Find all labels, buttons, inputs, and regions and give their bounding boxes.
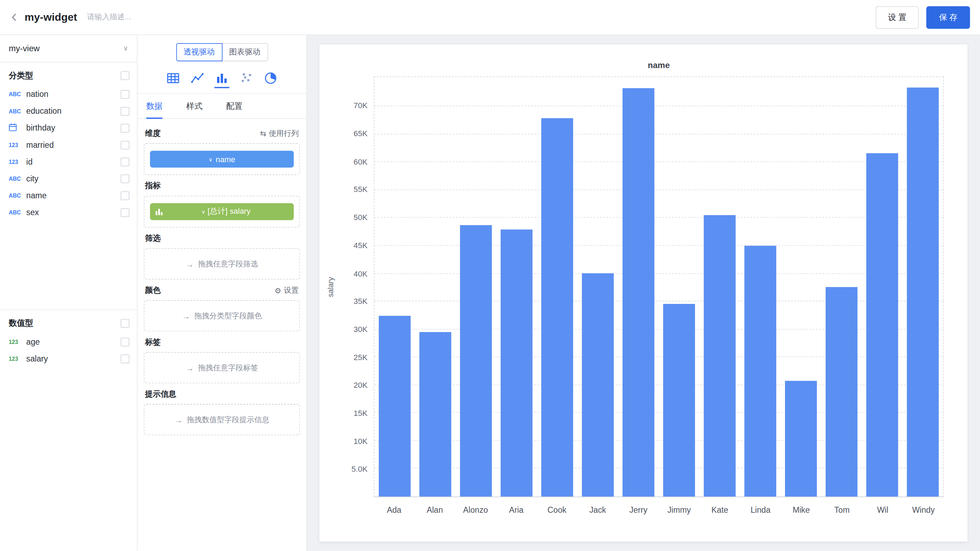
view-selector[interactable]: my-view ∨ [0, 35, 137, 62]
use-rowcol-action[interactable]: ⇆ 使用行列 [260, 128, 299, 139]
numeric-section: 数值型 123 age 123 salary [0, 309, 137, 367]
numeric-select-all-checkbox[interactable] [121, 319, 129, 328]
bar-slot [456, 77, 496, 497]
bar-slot [659, 77, 699, 497]
bar-cook[interactable] [541, 118, 573, 497]
app-window: ‹ my-widget 请输入描述... 设 置 保 存 my-view ∨ 分… [0, 0, 980, 551]
drag-arrow-icon: → [186, 260, 194, 269]
field-name: salary [26, 354, 121, 363]
field-row-birthday[interactable]: birthday [0, 119, 137, 136]
bar-slot [821, 77, 862, 497]
bar-tom[interactable] [826, 287, 857, 497]
mode-pivot-button[interactable]: 透视驱动 [176, 43, 223, 61]
field-row-education[interactable]: ABC education [0, 102, 137, 119]
x-tick-label: Jimmy [659, 505, 699, 515]
measure-label: 指标 [145, 181, 161, 191]
bar-chart-icon[interactable] [214, 70, 229, 88]
field-checkbox[interactable] [121, 174, 129, 183]
color-setting-action[interactable]: ⚙ 设置 [275, 285, 299, 296]
chart-type-row [137, 67, 306, 94]
chevron-down-icon: ∨ [208, 156, 213, 162]
label-section-header: 标签 [145, 337, 299, 347]
bar-alan[interactable] [420, 332, 451, 496]
text-field-icon: ABC [9, 108, 26, 114]
bar-windy[interactable] [907, 88, 939, 496]
filter-hint: 拖拽任意字段筛选 [198, 259, 258, 269]
label-dropzone[interactable]: → 拖拽任意字段标签 [144, 352, 300, 383]
field-checkbox[interactable] [121, 140, 129, 149]
bar-slot [496, 77, 537, 497]
field-checkbox[interactable] [121, 107, 129, 115]
text-field-icon: ABC [9, 192, 26, 199]
view-selector-label: my-view [9, 44, 40, 53]
field-checkbox[interactable] [121, 90, 129, 99]
label-hint: 拖拽任意字段标签 [198, 363, 258, 373]
filter-dropzone[interactable]: → 拖拽任意字段筛选 [144, 248, 300, 279]
bar-slot [862, 77, 902, 497]
description-placeholder[interactable]: 请输入描述... [87, 12, 131, 22]
color-dropzone[interactable]: → 拖拽分类型字段颜色 [144, 300, 300, 331]
y-tick-label: 20K [353, 381, 368, 390]
bar-aria[interactable] [501, 229, 533, 497]
bar-slot [578, 77, 618, 497]
back-chevron-icon[interactable]: ‹ [11, 7, 17, 25]
tab-style[interactable]: 样式 [186, 94, 202, 119]
chart-canvas: name salary 5.0K10K15K20K25K30K35K40K45K… [307, 35, 980, 551]
field-checkbox[interactable] [121, 124, 129, 132]
field-checkbox[interactable] [121, 191, 129, 200]
bar-jimmy[interactable] [663, 304, 695, 496]
field-row-married[interactable]: 123 married [0, 136, 137, 153]
tab-data[interactable]: 数据 [146, 94, 162, 119]
dimension-pill-name[interactable]: ∨ name [150, 151, 294, 167]
y-tick-label: 50K [353, 213, 368, 222]
x-tick-label: Mike [781, 505, 821, 515]
field-row-sex[interactable]: ABC sex [0, 204, 137, 221]
bar-ada[interactable] [379, 316, 410, 496]
categorical-select-all-checkbox[interactable] [121, 71, 129, 80]
table-chart-icon[interactable] [165, 70, 181, 88]
field-row-city[interactable]: ABC city [0, 170, 137, 187]
settings-button[interactable]: 设 置 [875, 6, 919, 29]
widget-title: my-widget [25, 11, 77, 24]
pie-chart-icon[interactable] [263, 70, 278, 88]
mode-chart-button[interactable]: 图表驱动 [222, 43, 268, 61]
field-checkbox[interactable] [121, 337, 129, 346]
categorical-section-header: 分类型 [0, 62, 137, 86]
measure-pill-salary[interactable]: ∨ [总计] salary [150, 203, 294, 220]
field-checkbox[interactable] [121, 208, 129, 217]
field-row-salary[interactable]: 123 salary [0, 350, 137, 367]
field-row-nation[interactable]: ABC nation [0, 86, 137, 102]
field-row-age[interactable]: 123 age [0, 333, 137, 350]
field-checkbox[interactable] [121, 354, 129, 363]
bar-alonzo[interactable] [460, 225, 492, 497]
field-name: education [26, 106, 121, 116]
y-tick-label: 25K [353, 353, 368, 362]
tooltip-dropzone[interactable]: → 拖拽数值型字段提示信息 [144, 404, 300, 435]
bar-jack[interactable] [582, 273, 614, 497]
bar-linda[interactable] [745, 246, 776, 497]
field-checkbox[interactable] [121, 157, 129, 166]
bar-slot [374, 77, 415, 497]
y-axis-ticks: 5.0K10K15K20K25K30K35K40K45K50K55K60K65K… [320, 76, 374, 497]
field-row-id[interactable]: 123 id [0, 153, 137, 170]
x-tick-label: Ada [374, 505, 415, 515]
bar-wil[interactable] [866, 153, 898, 497]
measure-dropzone[interactable]: ∨ [总计] salary [144, 196, 300, 228]
drag-arrow-icon: → [174, 415, 182, 424]
scatter-chart-icon[interactable] [239, 70, 254, 88]
field-name: age [26, 337, 121, 346]
dimension-dropzone[interactable]: ∨ name [144, 143, 300, 175]
line-chart-icon[interactable] [190, 70, 205, 88]
bar-kate[interactable] [704, 215, 735, 497]
tooltip-section-header: 提示信息 [145, 389, 299, 400]
gear-icon: ⚙ [275, 286, 281, 295]
field-row-name[interactable]: ABC name [0, 187, 137, 204]
drag-arrow-icon: → [182, 311, 190, 320]
x-axis-labels: AdaAlanAlonzoAriaCookJackJerryJimmyKateL… [374, 505, 944, 515]
bar-mike[interactable] [785, 381, 816, 497]
y-tick-label: 30K [353, 325, 368, 334]
tab-config[interactable]: 配置 [226, 94, 242, 119]
bar-jerry[interactable] [623, 88, 654, 497]
save-button[interactable]: 保 存 [926, 6, 970, 29]
y-tick-label: 15K [353, 409, 368, 418]
